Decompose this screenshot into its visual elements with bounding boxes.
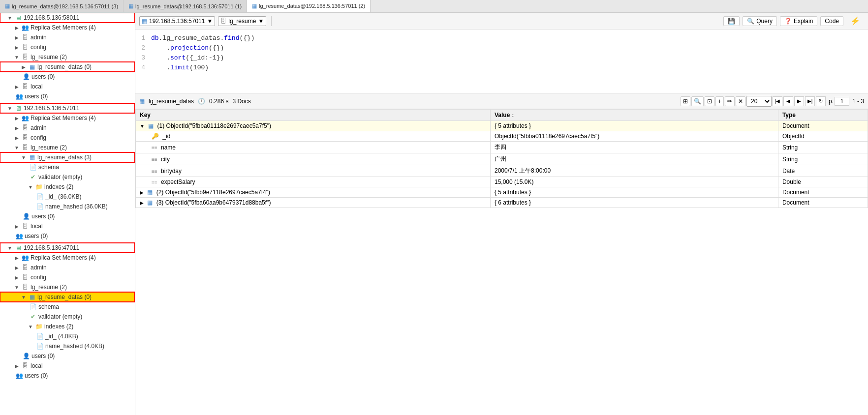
s2-users[interactable]: 👤 users (0) [0, 211, 135, 221]
s3-local[interactable]: ▶ 🗄 local [0, 361, 135, 371]
add-btn[interactable]: + [715, 96, 724, 106]
replica-expand-1[interactable]: ▶ [14, 25, 20, 30]
connection-dropdown-icon[interactable]: ▼ [207, 18, 213, 25]
server-2-expand[interactable]: ▼ [7, 105, 13, 111]
connection-selector[interactable]: ▦ 192.168.5.136:57011 ▼ [139, 16, 215, 26]
row1-expand-tri[interactable]: ▼ [140, 123, 145, 129]
edit-btn[interactable]: ✏ [725, 96, 735, 106]
s3-index-name[interactable]: 📄 name_hashed (4.0KB) [0, 341, 135, 351]
table-row[interactable]: ▼ ▦ (1) ObjectId("5fbba01118e2697caec5a7… [136, 121, 868, 131]
last-page-btn[interactable]: ▶| [805, 96, 815, 106]
s3-index-id[interactable]: 📄 _id_ (4.0KB) [0, 331, 135, 341]
server-2[interactable]: ▼ 🖥 192.168.5.136:57011 [0, 103, 135, 113]
s3-admin[interactable]: ▶ 🗄 admin [0, 263, 135, 272]
s1-users[interactable]: 👤 users (0) [0, 72, 135, 82]
save-button[interactable]: 💾 [723, 16, 740, 26]
s1-local-expand[interactable]: ▶ [14, 84, 20, 89]
replica-expand-2[interactable]: ▶ [14, 115, 20, 121]
s2-index-id[interactable]: 📄 _id_ (36.0KB) [0, 192, 135, 202]
s1-admin-expand[interactable]: ▶ [14, 34, 20, 40]
table-row[interactable]: ▶ ▦ (3) ObjectId("5fba60aa9b6479371d88ba… [136, 198, 868, 208]
server-1-expand[interactable]: ▼ [7, 15, 13, 21]
first-page-btn[interactable]: |◀ [773, 96, 782, 106]
db-dropdown-icon[interactable]: ▼ [258, 18, 264, 25]
replica-expand-3[interactable]: ▶ [14, 255, 20, 261]
view-toggle-btn[interactable]: ⊞ [681, 96, 690, 106]
query-button[interactable]: 🔍 Query [743, 16, 777, 26]
view-icon-3: ⊡ [707, 98, 712, 105]
tab-3[interactable]: ▦ lg_resume_datas@192.168.5.136:57011 (2… [247, 0, 371, 13]
s2-lg_resume[interactable]: ▼ 🗄 lg_resume (2) [0, 143, 135, 152]
s1-coll-expand[interactable]: ▶ [21, 64, 27, 70]
s3-lg_resume[interactable]: ▼ 🗄 lg_resume (2) [0, 282, 135, 292]
next-page-btn[interactable]: ▶ [794, 96, 804, 106]
refresh-btn[interactable]: ↻ [816, 96, 826, 106]
s2-indexes-expand[interactable]: ▼ [28, 184, 33, 190]
db-label: lg_resume [228, 18, 256, 25]
delete-btn[interactable]: ✕ [736, 96, 745, 106]
s3-coll-expand[interactable]: ▼ [21, 294, 27, 300]
s2-admin[interactable]: ▶ 🗄 admin [0, 123, 135, 133]
server-3-expand[interactable]: ▼ [7, 245, 13, 251]
s2-indexes[interactable]: ▼ 📁 indexes (2) [0, 182, 135, 192]
replica-set-1[interactable]: ▶ 👥 Replica Set Members (4) [0, 23, 135, 32]
page-input[interactable] [835, 97, 849, 106]
s2-lg_resume-expand[interactable]: ▼ [14, 145, 20, 150]
prev-page-btn[interactable]: ◀ [783, 96, 793, 106]
line-num-3: 3 [139, 53, 151, 63]
s1-local[interactable]: ▶ 🗄 local [0, 82, 135, 91]
s3-users-db[interactable]: 👥 users (0) [0, 371, 135, 381]
s2-index-name[interactable]: 📄 name_hashed (36.0KB) [0, 202, 135, 211]
s3-lg_resume_datas[interactable]: ▼ ▦ lg_resume_datas (0) [0, 292, 135, 302]
s2-config[interactable]: ▶ 🗄 config [0, 133, 135, 143]
s2-coll-expand[interactable]: ▼ [21, 154, 27, 160]
s2-validator[interactable]: ✔ validator (empty) [0, 172, 135, 182]
s1-config-expand[interactable]: ▶ [14, 44, 20, 50]
server-3-label: 192.168.5.136:47011 [24, 244, 79, 251]
s1-lg_resume_datas[interactable]: ▶ ▦ lg_resume_datas (0) [0, 62, 135, 72]
s2-admin-expand[interactable]: ▶ [14, 125, 20, 131]
s2-schema[interactable]: 📄 schema [0, 162, 135, 172]
replica-set-3[interactable]: ▶ 👥 Replica Set Members (4) [0, 253, 135, 263]
s1-lg_resume[interactable]: ▼ 🗄 lg_resume (2) [0, 52, 135, 62]
table-row[interactable]: ▶ ▦ (2) ObjectId("5fbb9e7118e2697caec5a7… [136, 187, 868, 198]
s3-validator[interactable]: ✔ validator (empty) [0, 312, 135, 322]
tab-2[interactable]: ▦ lg_resume_datas@192.168.5.136:57011 (1… [124, 0, 247, 13]
s3-schema[interactable]: 📄 schema [0, 302, 135, 312]
s2-users-db[interactable]: 👥 users (0) [0, 231, 135, 241]
s3-config[interactable]: ▶ 🗄 config [0, 272, 135, 282]
s1-admin[interactable]: ▶ 🗄 admin [0, 32, 135, 42]
row3-expand-tri[interactable]: ▶ [140, 200, 144, 206]
s3-local-expand[interactable]: ▶ [14, 363, 20, 369]
s1-config[interactable]: ▶ 🗄 config [0, 42, 135, 52]
server-3[interactable]: ▼ 🖥 192.168.5.136:47011 [0, 243, 135, 253]
replica-set-2[interactable]: ▶ 👥 Replica Set Members (4) [0, 113, 135, 123]
s3-users[interactable]: 👤 users (0) [0, 351, 135, 361]
s2-index-name-label: name_hashed (36.0KB) [45, 203, 108, 210]
per-page-select[interactable]: 20 50 100 [746, 96, 772, 107]
code-editor[interactable]: 1 db.lg_resume_datas.find({}) 2 .project… [135, 30, 868, 93]
s2-config-expand[interactable]: ▶ [14, 135, 20, 141]
s3-index-name-label: name_hashed (4.0KB) [45, 343, 104, 350]
results-docs: 3 Docs [232, 98, 250, 105]
view-btn-3[interactable]: ⊡ [705, 96, 714, 106]
s1-users-db[interactable]: 👥 users (0) [0, 91, 135, 101]
s3-lg_resume-expand[interactable]: ▼ [14, 284, 20, 290]
s3-admin-expand[interactable]: ▶ [14, 265, 20, 270]
table-row: ≡≡ name 李四 String [136, 142, 868, 153]
code-button[interactable]: Code [820, 16, 843, 26]
s2-local-expand[interactable]: ▶ [14, 223, 20, 229]
s2-local[interactable]: ▶ 🗄 local [0, 221, 135, 231]
server-1[interactable]: ▼ 🖥 192.168.5.136:58011 [0, 13, 135, 23]
db-selector[interactable]: 🗄 lg_resume ▼ [218, 16, 266, 26]
s3-indexes[interactable]: ▼ 📁 indexes (2) [0, 322, 135, 331]
explain-button[interactable]: ❓ Explain [780, 16, 817, 26]
green-button[interactable]: ⚡ [846, 15, 864, 27]
tab-1[interactable]: ▦ lg_resume_datas@192.168.5.136:57011 (3… [0, 0, 124, 13]
row2-expand-tri[interactable]: ▶ [140, 190, 144, 195]
s2-lg_resume_datas[interactable]: ▼ ▦ lg_resume_datas (3) [0, 152, 135, 162]
view-btn-2[interactable]: 🔍 [691, 96, 704, 106]
s3-indexes-expand[interactable]: ▼ [28, 324, 33, 329]
s3-config-expand[interactable]: ▶ [14, 274, 20, 280]
s1-lg_resume-expand[interactable]: ▼ [14, 54, 20, 60]
